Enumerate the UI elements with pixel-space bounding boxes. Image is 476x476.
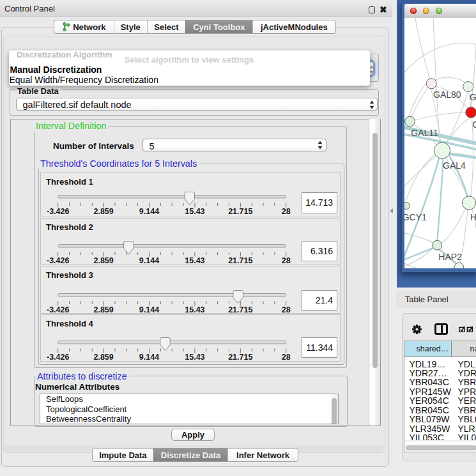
svg-text:-3.426: -3.426 xyxy=(46,352,68,361)
svg-text:15.43: 15.43 xyxy=(185,207,204,216)
svg-text:GCY1: GCY1 xyxy=(404,212,427,222)
svg-text:-3.426: -3.426 xyxy=(46,256,68,265)
svg-text:9.144: 9.144 xyxy=(139,305,158,314)
svg-text:9.144: 9.144 xyxy=(139,207,158,216)
svg-text:28: 28 xyxy=(281,256,290,265)
svg-text:9.144: 9.144 xyxy=(139,352,158,361)
svg-text:2.859: 2.859 xyxy=(93,352,113,361)
svg-text:28: 28 xyxy=(281,305,290,314)
svg-text:GA: GA xyxy=(470,92,476,102)
svg-text:21.715: 21.715 xyxy=(228,352,252,361)
svg-text:9.144: 9.144 xyxy=(139,256,158,265)
svg-text:C: C xyxy=(472,119,476,130)
svg-text:-3.426: -3.426 xyxy=(46,305,68,314)
svg-text:21.715: 21.715 xyxy=(228,305,252,314)
svg-text:15.43: 15.43 xyxy=(185,256,204,265)
svg-text:15.43: 15.43 xyxy=(185,305,204,314)
svg-text:-3.426: -3.426 xyxy=(46,207,68,216)
svg-text:2.859: 2.859 xyxy=(93,305,113,314)
svg-text:28: 28 xyxy=(281,207,290,216)
svg-text:21.715: 21.715 xyxy=(228,256,252,265)
svg-text:28: 28 xyxy=(281,352,290,361)
svg-text:H: H xyxy=(470,212,476,222)
svg-text:GAL4: GAL4 xyxy=(443,160,466,171)
svg-text:2.859: 2.859 xyxy=(93,207,113,216)
svg-text:15.43: 15.43 xyxy=(185,352,204,361)
svg-text:2.859: 2.859 xyxy=(93,256,113,265)
svg-text:GAL11: GAL11 xyxy=(411,128,438,138)
svg-text:21.715: 21.715 xyxy=(228,207,252,216)
svg-text:GAL80: GAL80 xyxy=(433,89,461,100)
svg-text:HAP2: HAP2 xyxy=(438,252,462,262)
